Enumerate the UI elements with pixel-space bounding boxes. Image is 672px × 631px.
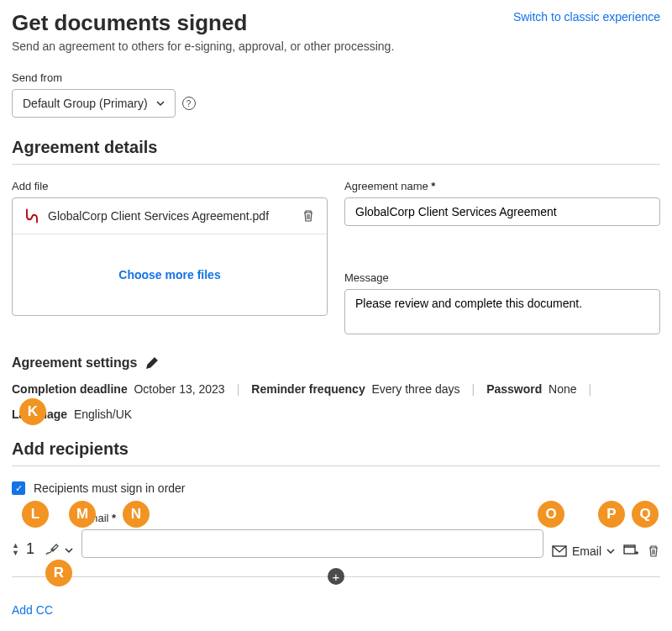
agreement-name-input[interactable] — [344, 197, 660, 226]
switch-classic-link[interactable]: Switch to classic experience — [513, 10, 660, 24]
choose-more-files-button[interactable]: Choose more files — [13, 234, 327, 315]
add-cc-link[interactable]: Add CC — [12, 603, 53, 617]
agreement-settings-heading: Agreement settings — [12, 355, 137, 371]
email-label: Email * — [81, 512, 543, 524]
page-title: Get documents signed — [12, 10, 247, 36]
trash-icon — [647, 544, 660, 558]
add-file-label: Add file — [12, 180, 328, 192]
chevron-down-icon — [606, 547, 615, 555]
pencil-icon[interactable] — [145, 356, 159, 370]
pen-sign-icon — [45, 543, 60, 558]
badge-o: O — [538, 501, 564, 528]
chevron-down-icon — [65, 546, 73, 555]
delete-recipient-button[interactable] — [647, 544, 660, 558]
divider — [12, 465, 660, 466]
trash-icon[interactable] — [302, 209, 315, 223]
help-icon[interactable]: ? — [182, 97, 196, 110]
divider — [12, 164, 660, 165]
file-box: GlobalCorp Client Services Agreement.pdf… — [12, 197, 328, 316]
badge-p: P — [598, 501, 625, 528]
delivery-method-select[interactable]: Email — [552, 544, 615, 558]
send-from-select[interactable]: Default Group (Primary) — [12, 89, 176, 118]
message-label: Message — [344, 271, 660, 284]
message-input[interactable]: Please review and complete this document… — [344, 289, 660, 334]
file-row: GlobalCorp Client Services Agreement.pdf — [13, 198, 327, 234]
sign-in-order-label: Recipients must sign in order — [34, 481, 186, 495]
add-recipients-heading: Add recipients — [12, 439, 660, 459]
agreement-name-label: Agreement name * — [344, 180, 660, 192]
send-from-value: Default Group (Primary) — [23, 97, 148, 110]
add-recipient-button[interactable]: + — [328, 568, 344, 585]
step-down-icon[interactable]: ▼ — [12, 549, 19, 557]
recipient-role-select[interactable] — [45, 543, 73, 558]
recipient-email-input[interactable] — [81, 529, 543, 558]
badge-r: R — [45, 560, 72, 586]
chevron-down-icon — [156, 99, 165, 108]
badge-m: M — [69, 501, 96, 528]
badge-k: K — [19, 398, 46, 425]
recipient-order-number: 1 — [24, 540, 36, 558]
pdf-icon — [24, 208, 39, 223]
settings-summary: Completion deadline October 13, 2023 | R… — [12, 382, 660, 421]
sign-in-order-checkbox[interactable]: ✓ — [12, 481, 25, 495]
file-name: GlobalCorp Client Services Agreement.pdf — [48, 209, 293, 223]
page-subtitle: Send an agreement to others for e-signin… — [12, 39, 660, 53]
send-from-label: Send from — [12, 71, 660, 84]
message-plus-icon — [623, 544, 638, 558]
badge-n: N — [123, 501, 150, 528]
order-stepper[interactable]: ▲ ▼ — [12, 542, 19, 557]
badge-l: L — [22, 501, 49, 528]
agreement-details-heading: Agreement details — [12, 138, 660, 157]
private-message-button[interactable] — [623, 544, 638, 558]
envelope-icon — [552, 545, 567, 557]
badge-q: Q — [632, 501, 659, 528]
